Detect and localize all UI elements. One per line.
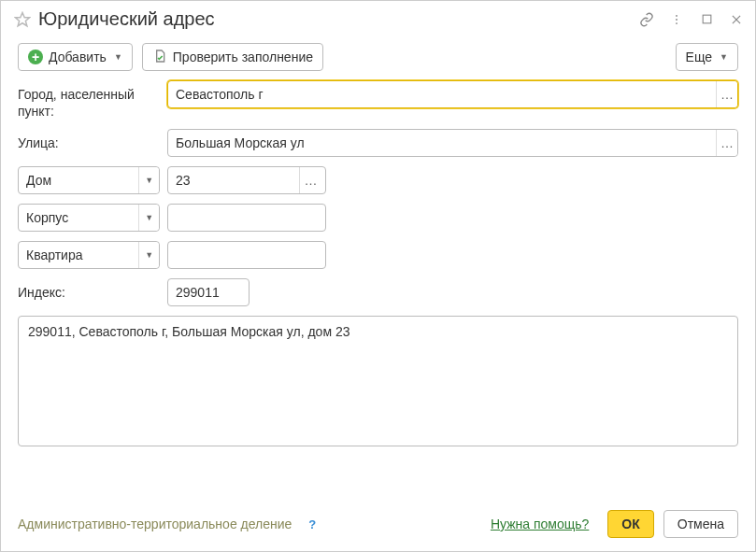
more-button[interactable]: Еще ▼: [676, 43, 738, 71]
favorite-star-icon[interactable]: [14, 11, 31, 28]
city-input[interactable]: [168, 81, 716, 107]
svg-rect-4: [703, 15, 711, 23]
house-type-text: Дом: [19, 167, 138, 193]
chevron-down-icon: ▼: [720, 52, 728, 62]
index-row: Индекс:: [18, 278, 738, 306]
ellipsis-icon: …: [720, 135, 734, 150]
cancel-button-label: Отмена: [678, 517, 724, 531]
city-label: Город, населенный пункт:: [18, 80, 167, 120]
flat-row: Квартира ▼: [18, 241, 738, 269]
flat-type-select[interactable]: Квартира ▼: [18, 241, 160, 269]
city-row: Город, населенный пункт: …: [18, 80, 738, 120]
building-type-select[interactable]: Корпус ▼: [18, 204, 160, 232]
house-type-select[interactable]: Дом ▼: [18, 166, 160, 194]
chevron-down-icon: ▼: [145, 250, 153, 260]
add-button-label: Добавить: [49, 50, 107, 64]
titlebar: Юридический адрес: [1, 1, 755, 34]
cancel-button[interactable]: Отмена: [663, 510, 738, 538]
more-options-icon[interactable]: [669, 12, 684, 27]
more-button-label: Еще: [686, 50, 713, 64]
flat-type-caret[interactable]: ▼: [138, 242, 159, 268]
need-help-link[interactable]: Нужна помощь?: [491, 517, 589, 531]
ok-button[interactable]: ОК: [607, 510, 653, 538]
ok-button-label: ОК: [621, 517, 639, 531]
city-ellipsis-button[interactable]: …: [716, 81, 737, 107]
house-type-caret[interactable]: ▼: [138, 167, 159, 193]
street-label: Улица:: [18, 129, 167, 151]
link-icon[interactable]: [639, 12, 654, 27]
street-input-wrap: …: [167, 129, 738, 157]
form-body: Город, населенный пункт: … Улица: …: [1, 80, 755, 499]
index-input[interactable]: [168, 279, 249, 305]
building-input[interactable]: [168, 205, 321, 231]
add-button[interactable]: + Добавить ▼: [18, 43, 133, 71]
city-input-wrap: …: [167, 80, 738, 108]
document-check-icon: [152, 49, 167, 66]
svg-point-1: [676, 14, 678, 16]
chevron-down-icon: ▼: [114, 52, 122, 62]
street-row: Улица: …: [18, 129, 738, 157]
svg-marker-0: [16, 12, 30, 25]
street-ellipsis-button[interactable]: …: [716, 130, 737, 156]
house-input-wrap: …: [167, 166, 326, 194]
svg-point-2: [676, 19, 678, 21]
admin-division-link[interactable]: Административно-территориальное деление: [18, 517, 292, 531]
index-label: Индекс:: [18, 278, 167, 301]
maximize-icon[interactable]: [699, 12, 714, 27]
check-fill-label: Проверить заполнение: [173, 50, 313, 64]
close-icon[interactable]: [729, 12, 744, 27]
check-fill-button[interactable]: Проверить заполнение: [142, 43, 323, 71]
index-input-wrap: [167, 278, 250, 306]
plus-circle-icon: +: [28, 50, 43, 64]
building-input-wrap: [167, 204, 326, 232]
full-address-textarea[interactable]: 299011, Севастополь г, Большая Морская у…: [18, 316, 738, 446]
house-row: Дом ▼ …: [18, 166, 738, 194]
titlebar-controls: [639, 12, 744, 27]
address-dialog: Юридический адрес: [0, 0, 756, 552]
flat-type-text: Квартира: [19, 242, 138, 268]
chevron-down-icon: ▼: [145, 176, 153, 185]
building-type-caret[interactable]: ▼: [138, 205, 159, 231]
footer: Административно-территориальное деление …: [1, 499, 755, 551]
ellipsis-icon: …: [720, 87, 734, 102]
toolbar: + Добавить ▼ Проверить заполнение Еще ▼: [1, 34, 755, 80]
building-type-text: Корпус: [19, 205, 138, 231]
svg-point-3: [676, 22, 678, 24]
window-title: Юридический адрес: [38, 8, 632, 30]
chevron-down-icon: ▼: [145, 213, 153, 222]
street-input[interactable]: [168, 130, 716, 156]
building-row: Корпус ▼: [18, 204, 738, 232]
full-address-row: 299011, Севастополь г, Большая Морская у…: [18, 316, 738, 480]
ellipsis-icon: …: [305, 173, 318, 188]
flat-input-wrap: [167, 241, 326, 269]
flat-input[interactable]: [168, 242, 321, 268]
house-input[interactable]: [168, 167, 299, 193]
house-ellipsis-button[interactable]: …: [299, 167, 321, 193]
question-mark-icon[interactable]: ?: [305, 517, 320, 531]
